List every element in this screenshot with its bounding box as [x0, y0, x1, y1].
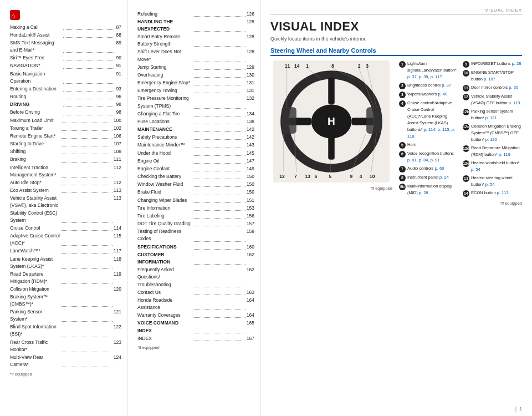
toc-label: NAVIGATION*	[10, 62, 62, 69]
toc-dots	[62, 148, 112, 154]
toc-dots	[192, 251, 245, 265]
toc-item: CUSTOMER INFORMATION162	[137, 251, 254, 266]
toc-dots	[192, 289, 245, 295]
svg-text:4: 4	[360, 174, 362, 179]
svg-text:14: 14	[294, 63, 300, 69]
toc-page: 96	[116, 93, 121, 100]
toc-page: 153	[247, 205, 254, 212]
toc-item: Cruise Control 114	[10, 224, 121, 232]
toc-page: 129	[247, 64, 254, 71]
toc-page: 98	[116, 109, 121, 116]
toc-dots	[192, 72, 245, 78]
toc-dots	[192, 312, 245, 318]
callout-description: Brightness control p. 37	[407, 82, 451, 89]
toc-label: Maximum Load Limit	[10, 117, 60, 124]
toc-item: Changing Wiper Blades 151	[137, 196, 254, 204]
steering-area: 11 14 1 8 2 3 12 7 13 6 5 9 4 10	[270, 60, 522, 199]
toc-item: Brake Fluid 150	[137, 189, 254, 196]
toc-dots	[63, 39, 115, 53]
toc-page: 115	[114, 232, 121, 247]
toc-label: Vehicle Stability Assist (VSA®), aka Ele…	[10, 195, 60, 224]
toc-dots	[192, 141, 245, 148]
callout-number: 4	[399, 100, 406, 107]
toc-label: Tire Information	[137, 205, 191, 212]
toc-label: Collision Mitigation Braking System™ (CM…	[10, 286, 60, 308]
toc-label: INDEX	[137, 335, 191, 342]
toc-dots	[192, 189, 245, 195]
toc-label: LaneWatch™*	[10, 247, 60, 255]
toc-dots	[62, 247, 112, 253]
toc-item: Towing a Trailer 102	[10, 124, 121, 132]
toc-item: Changing a Flat Tire 134	[137, 110, 254, 118]
svg-rect-20	[328, 78, 334, 105]
toc-label: Maintenance Minder™	[137, 141, 191, 149]
toc-item: Intelligent Traction Management System* …	[10, 164, 121, 179]
toc-item: Honda Roadside Assistance 164	[137, 296, 254, 311]
toc-page: 128	[247, 48, 254, 63]
toc-label: Changing Wiper Blades	[137, 197, 191, 204]
toc-dots	[192, 48, 245, 62]
callout-description: Voice recognition buttons p. 81, p. 84, …	[407, 150, 458, 164]
toc-page: 142	[247, 126, 254, 133]
callout-item: 8Instrument panel p. 24	[399, 174, 458, 181]
toc-item: Safety Precautions 142	[137, 134, 254, 141]
callout-description: Heated steering wheel button* p. 54	[471, 175, 522, 188]
toc-label: Changing a Flat Tire	[137, 110, 191, 118]
toc-item: Collision Mitigation Braking System™ (CM…	[10, 286, 121, 308]
callout-page-ref: p. 54	[471, 167, 480, 172]
toc-page: 131	[247, 87, 254, 94]
toc-item: HondaLink® Assist 88	[10, 31, 121, 39]
callout-page-ref: p. 37	[442, 83, 451, 88]
toc-item: Contact Us 163	[137, 288, 254, 296]
callout-item: 6Voice recognition buttons p. 81, p. 84,…	[399, 150, 458, 164]
toc-item: Road Departure Mitigation (RDM)* 119	[10, 271, 121, 286]
callout-page-ref: p. 119	[499, 152, 510, 157]
toc-dots	[62, 117, 112, 123]
callout-item: 12Vehicle Stability Assist (VSA®) OFF bu…	[463, 93, 522, 106]
toc-dots	[62, 140, 112, 146]
toc-label: Honda Roadside Assistance	[137, 297, 191, 311]
svg-text:1: 1	[306, 63, 309, 69]
svg-text:H: H	[328, 115, 335, 127]
toc-label: Towing a Trailer	[10, 125, 60, 132]
toc-item: Warranty Coverages 164	[137, 312, 254, 319]
toc-dots	[192, 126, 245, 132]
toc-dots	[62, 256, 112, 269]
toc-page: 150	[247, 189, 254, 196]
callout-page-ref: p. 120	[485, 137, 497, 142]
toc-dots	[62, 225, 112, 231]
toc-item: Blind Spot Information (BSI)* 122	[10, 323, 121, 338]
toc-item: Siri™ Eyes Free 90	[10, 54, 121, 62]
toc-dots	[192, 64, 245, 70]
toc-page: 147	[247, 158, 254, 165]
toc-label: Under the Hood	[137, 150, 191, 157]
svg-rect-23	[366, 107, 381, 134]
toc-dots	[63, 62, 115, 68]
toc-label: Road Departure Mitigation (RDM)*	[10, 271, 60, 285]
toc-item: HANDLING THE UNEXPECTED128	[137, 18, 254, 33]
left-footnote: *if equipped	[10, 371, 121, 378]
toc-item: Jump Starting 129	[137, 63, 254, 71]
callout-description: Instrument panel p. 24	[407, 174, 449, 181]
toc-page: 134	[247, 110, 254, 118]
toc-dots	[63, 54, 115, 60]
toc-label: Safety Precautions	[137, 134, 191, 141]
callouts-left: 1Lights/turn signals/LaneWatch button* p…	[399, 60, 458, 199]
callout-number: 12c	[463, 124, 469, 130]
toc-item: Eco Assist System 113	[10, 187, 121, 195]
toc-item: DRIVING98	[10, 101, 121, 109]
callout-page-ref: p. 37, p. 38, p. 117	[407, 74, 442, 79]
callout-description: Door mirror controls p. 50	[471, 84, 518, 91]
steering-wheel-diagram: 11 14 1 8 2 3 12 7 13 6 5 9 4 10	[270, 60, 392, 182]
toc-label: Entering a Destination	[10, 85, 62, 93]
toc-item: Lane Keeping Assist System (LKAS)* 118	[10, 255, 121, 270]
visual-index-title: VISUAL INDEX	[270, 19, 522, 34]
toc-label: Tire Pressure Monitoring System (TPMS)	[137, 95, 191, 109]
toc-page: 157	[247, 220, 254, 227]
toc-item: Tire Information 153	[137, 204, 254, 212]
callout-number: 5	[399, 142, 406, 149]
toc-dots	[62, 286, 112, 307]
toc-dots	[192, 33, 245, 47]
mid-footnote: *if equipped	[137, 344, 254, 351]
toc-label: Braking	[10, 156, 60, 163]
